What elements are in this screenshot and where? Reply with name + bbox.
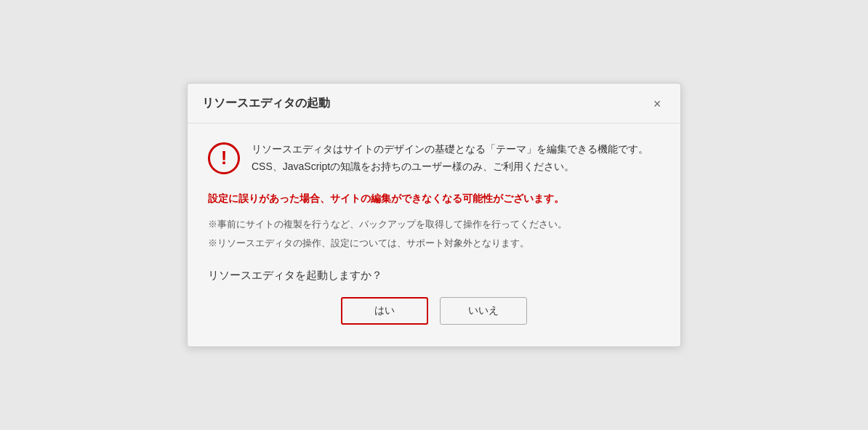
no-button[interactable]: いいえ (440, 297, 527, 325)
warning-row: ! リソースエディタはサイトのデザインの基礎となる「テーマ」を編集できる機能です… (208, 141, 660, 176)
note2: ※リソースエディタの操作、設定については、サポート対象外となります。 (208, 235, 660, 251)
description-line1: リソースエディタはサイトのデザインの基礎となる「テーマ」を編集できる機能です。 (252, 143, 648, 155)
description-block: リソースエディタはサイトのデザインの基礎となる「テーマ」を編集できる機能です。 … (252, 141, 648, 176)
dialog-title: リソースエディタの起動 (202, 96, 330, 111)
dialog-body: ! リソースエディタはサイトのデザインの基礎となる「テーマ」を編集できる機能です… (188, 123, 680, 346)
dialog-container: リソースエディタの起動 × ! リソースエディタはサイトのデザインの基礎となる「… (187, 83, 681, 347)
dialog-header: リソースエディタの起動 × (188, 84, 680, 123)
close-button[interactable]: × (648, 95, 666, 113)
button-row: はい いいえ (208, 297, 660, 332)
note1: ※事前にサイトの複製を行うなど、バックアップを取得して操作を行ってください。 (208, 216, 660, 232)
confirm-text: リソースエディタを起動しますか？ (208, 269, 660, 283)
warning-icon: ! (208, 142, 240, 174)
yes-button[interactable]: はい (341, 297, 428, 325)
description-text: リソースエディタはサイトのデザインの基礎となる「テーマ」を編集できる機能です。 … (252, 141, 648, 176)
warning-text-red: 設定に誤りがあった場合、サイトの編集ができなくなる可能性がございます。 (208, 190, 660, 206)
divider-space (208, 254, 660, 269)
description-line2: CSS、JavaScriptの知識をお持ちのユーザー様のみ、ご利用ください。 (252, 161, 574, 172)
